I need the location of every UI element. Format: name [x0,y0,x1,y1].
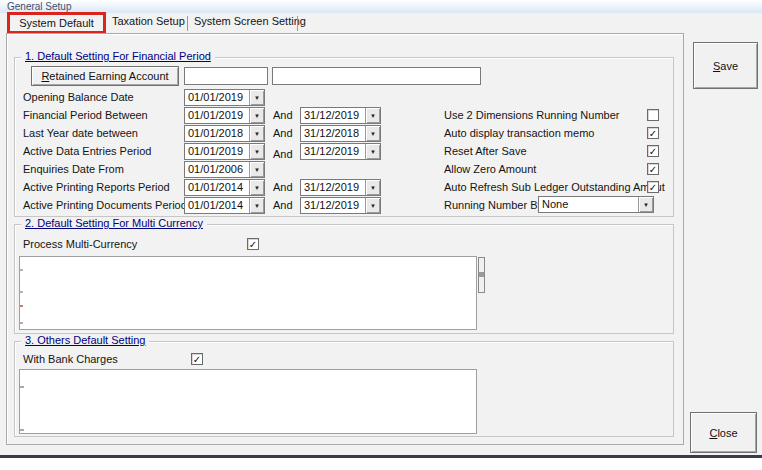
running-number-by-select[interactable]: None ▼ [538,196,654,213]
process-multi-currency-checkbox[interactable]: ✓ [247,238,259,250]
general-setup-dialog: General Setup System Default Taxation Se… [0,0,762,458]
multi-currency-scrollbar[interactable] [478,257,485,293]
allow-zero-amount-checkbox[interactable]: ✓ [647,163,659,175]
auto-display-memo-label: Auto display transaction memo [444,125,594,142]
multi-currency-listbox[interactable] [19,256,477,330]
save-button[interactable]: Save [693,42,758,89]
printing-reports-from-select[interactable]: 01/01/2014 ▼ [184,179,265,196]
dropdown-arrow-icon[interactable]: ▼ [249,162,264,177]
dropdown-arrow-icon[interactable]: ▼ [249,90,264,105]
financial-period-label: Financial Period Between [23,107,148,124]
bank-charges-listbox[interactable] [19,369,477,434]
dropdown-arrow-icon[interactable]: ▼ [365,108,380,123]
opening-balance-date-select[interactable]: 01/01/2019 ▼ [184,89,265,106]
group-others-default: 3. Others Default Setting With Bank Char… [14,341,674,437]
enquiries-date-label: Enquiries Date From [23,161,124,178]
dropdown-arrow-icon[interactable]: ▼ [365,144,380,159]
opening-balance-date-label: Opening Balance Date [23,89,134,106]
screenshot-root: General Setup System Default Taxation Se… [0,0,762,470]
data-entries-to-select[interactable]: 31/12/2019 ▼ [300,143,381,160]
and-label: And [273,125,293,142]
printing-reports-label: Active Printing Reports Period [23,179,170,196]
retained-earning-code-input[interactable] [184,67,268,85]
and-label: And [273,179,293,196]
tab-system-screen-setting[interactable]: System Screen Setting [194,15,306,27]
dropdown-arrow-icon[interactable]: ▼ [249,144,264,159]
data-entries-label: Active Data Entries Period [23,143,151,160]
and-label: And [273,107,293,124]
clipped-text-mark [20,386,24,388]
dropdown-arrow-icon[interactable]: ▼ [365,198,380,213]
with-bank-charges-checkbox[interactable]: ✓ [191,353,203,365]
retained-earning-account-button[interactable]: Retained Earning Account [31,66,179,86]
allow-zero-amount-label: Allow Zero Amount [444,161,536,178]
title-bar: General Setup [0,0,762,13]
dropdown-arrow-icon[interactable]: ▼ [365,180,380,195]
auto-refresh-subledger-checkbox[interactable]: ✓ [647,181,659,193]
clipped-text-mark [20,429,24,431]
last-year-from-select[interactable]: 01/01/2018 ▼ [184,125,265,142]
data-entries-from-select[interactable]: 01/01/2019 ▼ [184,143,265,160]
tab-separator [297,16,298,31]
dropdown-arrow-icon[interactable]: ▼ [249,198,264,213]
dropdown-arrow-icon[interactable]: ▼ [249,180,264,195]
tab-separator [187,16,188,31]
use-2-dimensions-label: Use 2 Dimensions Running Number [444,107,619,124]
last-year-label: Last Year date between [23,125,138,142]
reset-after-save-checkbox[interactable]: ✓ [647,145,659,157]
use-2-dimensions-checkbox[interactable] [647,109,659,121]
enquiries-date-select[interactable]: 01/01/2006 ▼ [184,161,265,178]
scrollbar-thumb[interactable] [479,272,484,277]
group-multi-currency: 2. Default Setting For Multi Currency Pr… [14,224,674,334]
tab-taxation-setup[interactable]: Taxation Setup [112,15,185,27]
clipped-text-mark [20,269,23,271]
printing-documents-to-select[interactable]: 31/12/2019 ▼ [300,197,381,214]
last-year-to-select[interactable]: 31/12/2018 ▼ [300,125,381,142]
window-title: General Setup [7,1,72,12]
retained-earning-name-input[interactable] [272,67,481,85]
reset-after-save-label: Reset After Save [444,143,527,160]
clipped-text-mark [20,305,23,307]
dropdown-arrow-icon[interactable]: ▼ [249,108,264,123]
clipped-text-mark [20,322,23,324]
close-button[interactable]: Close [690,412,757,453]
process-multi-currency-label: Process Multi-Currency [23,236,137,253]
group-multi-currency-title: 2. Default Setting For Multi Currency [21,217,207,229]
group-financial-period-title: 1. Default Setting For Financial Period [21,50,215,62]
financial-period-from-select[interactable]: 01/01/2019 ▼ [184,107,265,124]
tab-system-default[interactable]: System Default [19,17,94,29]
group-others-default-title: 3. Others Default Setting [21,334,149,346]
auto-refresh-subledger-label: Auto Refresh Sub Ledger Outstanding Amou… [444,179,665,196]
dropdown-arrow-icon[interactable]: ▼ [638,197,653,212]
financial-period-to-select[interactable]: 31/12/2019 ▼ [300,107,381,124]
running-number-by-label: Running Number By [444,197,543,214]
annotation-highlight: System Default [7,12,106,34]
and-label: And [273,197,293,214]
auto-display-memo-checkbox[interactable]: ✓ [647,127,659,139]
clipped-text-mark [20,291,23,293]
dropdown-arrow-icon[interactable]: ▼ [365,126,380,141]
dropdown-arrow-icon[interactable]: ▼ [249,126,264,141]
printing-documents-from-select[interactable]: 01/01/2014 ▼ [184,197,265,214]
and-label: And [273,146,293,163]
group-financial-period: 1. Default Setting For Financial Period … [14,57,674,217]
with-bank-charges-label: With Bank Charges [23,351,118,368]
printing-reports-to-select[interactable]: 31/12/2019 ▼ [300,179,381,196]
printing-documents-label: Active Printing Documents Period [23,197,187,214]
